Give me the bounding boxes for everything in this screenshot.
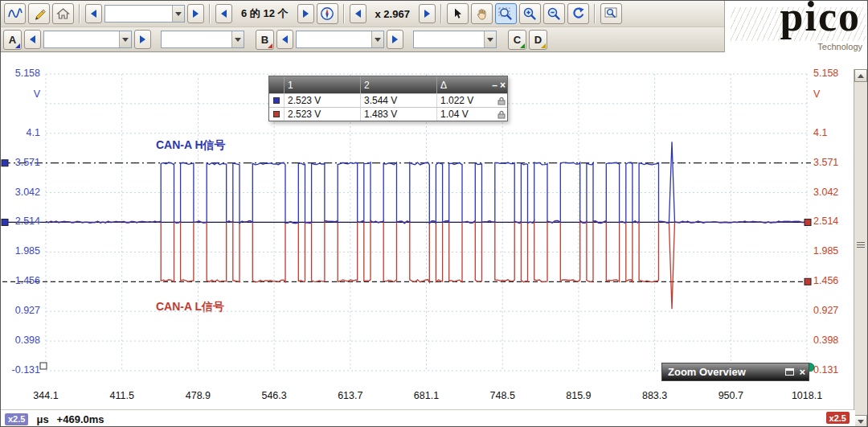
ruler-legend-window[interactable]: 1 2 Δ – × 2.523 V 3.544 V 1.022 V 2.523 …: [268, 76, 508, 121]
ruler-legend-header: 1 2 Δ – ×: [269, 76, 507, 93]
y-axis-tick-label-left: 2.514: [2, 216, 40, 227]
zoom-overview-restore-button[interactable]: [785, 368, 794, 376]
pen-notes-button[interactable]: [28, 3, 50, 24]
y-axis-tick-label-right: 3.042: [813, 187, 852, 198]
channel-a-button[interactable]: A: [3, 30, 22, 50]
ruler-legend-col1-header: 1: [284, 76, 360, 93]
trigger-marker[interactable]: [40, 363, 47, 369]
y-axis-tick-label-left: 0.927: [2, 305, 40, 316]
y-axis-unit-left: V: [2, 88, 40, 100]
channel-toolbar: A B C D: [1, 27, 726, 52]
next-waveform-button[interactable]: [187, 4, 204, 23]
channel-b-button[interactable]: B: [256, 30, 274, 50]
chevron-up-icon: [858, 74, 864, 78]
prev-waveform-button[interactable]: [85, 4, 102, 23]
marquee-zoom-tool-button[interactable]: [495, 3, 517, 24]
channel-a-prev-button[interactable]: [24, 30, 41, 49]
channel-b-range-select[interactable]: [296, 31, 384, 48]
y-axis-tick-label-right: 3.571: [813, 157, 852, 168]
channel-b-next-button[interactable]: [387, 30, 403, 49]
y-axis-zoom-badge[interactable]: x2.5: [826, 412, 850, 424]
hand-icon: [475, 7, 489, 21]
ruler-a-delta: 1.022 V: [436, 94, 486, 107]
channel-b-corner-icon: [268, 43, 272, 48]
channel-a-coupling-select[interactable]: [161, 31, 244, 48]
undo-zoom-button[interactable]: [567, 3, 589, 24]
zoom-factor-increase-button[interactable]: [419, 4, 436, 23]
buffer-navigator-button[interactable]: [317, 3, 338, 24]
marquee-zoom-icon: [498, 6, 513, 21]
zoom-out-icon: [547, 6, 561, 21]
ruler-legend-close-button[interactable]: ×: [500, 80, 506, 90]
y-axis-tick-label-right: 0.927: [813, 305, 852, 316]
channel-b-range-value: [297, 31, 371, 47]
x-axis-tick-label: 950.7: [719, 390, 743, 401]
ruler-legend-minimize-button[interactable]: –: [492, 80, 497, 90]
time-offset-label: +469.0ms: [57, 413, 104, 425]
scrollbar-grip[interactable]: [857, 242, 865, 243]
prev-buffer-button[interactable]: [215, 4, 232, 23]
left-arrow-icon: [221, 10, 227, 18]
channel-b-coupling-select[interactable]: [413, 31, 497, 48]
toolbar-separator: [209, 4, 211, 23]
x-axis-tick-label: 478.9: [186, 390, 211, 401]
y-axis-tick-label-left: 3.571: [2, 157, 40, 168]
zoom-overview-window[interactable]: Zoom Overview ×: [661, 363, 809, 381]
right-arrow-icon: [140, 35, 145, 43]
x-axis-tick-label: 344.1: [33, 390, 58, 401]
status-bar: x2.5 μs +469.0ms: [1, 409, 855, 427]
lock-icon[interactable]: [497, 96, 506, 105]
zoom-overview-toggle-button[interactable]: [600, 3, 622, 24]
zoom-factor-decrease-button[interactable]: [350, 4, 366, 23]
y-axis-tick-label-left: 1.456: [2, 275, 40, 286]
x-axis-tick-label: 681.1: [414, 390, 439, 401]
zoom-in-tool-button[interactable]: [519, 3, 541, 24]
ruler-a-value-2: 3.544 V: [360, 94, 436, 107]
left-arrow-icon: [355, 10, 361, 18]
y-axis-tick-label-right: 2.514: [813, 216, 852, 227]
right-arrow-icon: [392, 35, 398, 43]
zoom-overview-close-button[interactable]: ×: [799, 366, 805, 378]
toolbar-separator: [343, 4, 345, 23]
pointer-tool-button[interactable]: [447, 3, 469, 24]
y-axis-tick-label-right: 4.1: [813, 127, 852, 138]
right-ruler-handle[interactable]: [805, 278, 811, 285]
channel-b-prev-button[interactable]: [276, 30, 293, 49]
channel-d-button[interactable]: D: [529, 30, 547, 50]
vertical-scrollbar[interactable]: [854, 69, 867, 427]
scroll-down-button[interactable]: [854, 415, 867, 427]
scroll-up-button[interactable]: [854, 69, 867, 82]
x-axis-tick-label: 613.7: [338, 390, 362, 401]
zoom-out-tool-button[interactable]: [543, 3, 565, 24]
channel-a-range-select[interactable]: [43, 31, 132, 48]
logo-subtitle: Technology: [817, 42, 862, 51]
x-axis-tick-label: 1018.1: [792, 390, 822, 401]
waveform-view-button[interactable]: [4, 3, 26, 24]
hand-pan-tool-button[interactable]: [471, 3, 493, 24]
home-button[interactable]: [52, 3, 74, 24]
channel-c-button[interactable]: C: [508, 30, 526, 50]
ruler-legend-row-channel-b: 2.523 V 1.483 V 1.04 V: [269, 107, 507, 121]
toolbar-separator: [79, 4, 80, 23]
y-axis-tick-label-left: 5.158: [2, 68, 40, 79]
waveform-select[interactable]: [104, 5, 185, 23]
y-axis-tick-label-left: 0.398: [2, 335, 40, 346]
chevron-down-icon: [484, 31, 496, 47]
ruler-b-value-2: 1.483 V: [360, 108, 436, 121]
zoom-overview-icon: [604, 7, 618, 20]
y-axis-tick-label-right: 5.158: [813, 68, 852, 79]
x-axis-zoom-badge[interactable]: x2.5: [5, 413, 28, 425]
toolbar-separator: [594, 4, 596, 23]
right-ruler-handle[interactable]: [805, 219, 811, 225]
lock-icon[interactable]: [497, 110, 506, 119]
picoscope-window: 6 的 12 个 x 2.967: [0, 0, 868, 427]
can-h-trace: [46, 142, 807, 223]
can-l-trace: [46, 221, 807, 310]
cursor-arrow-icon: [451, 7, 464, 20]
channel-a-next-button[interactable]: [134, 30, 151, 49]
next-buffer-button[interactable]: [297, 4, 314, 23]
channel-a-range-value: [44, 31, 119, 47]
channel-a-coupling-value: [162, 31, 231, 47]
left-arrow-icon: [30, 35, 35, 43]
zoom-in-icon: [522, 6, 537, 21]
